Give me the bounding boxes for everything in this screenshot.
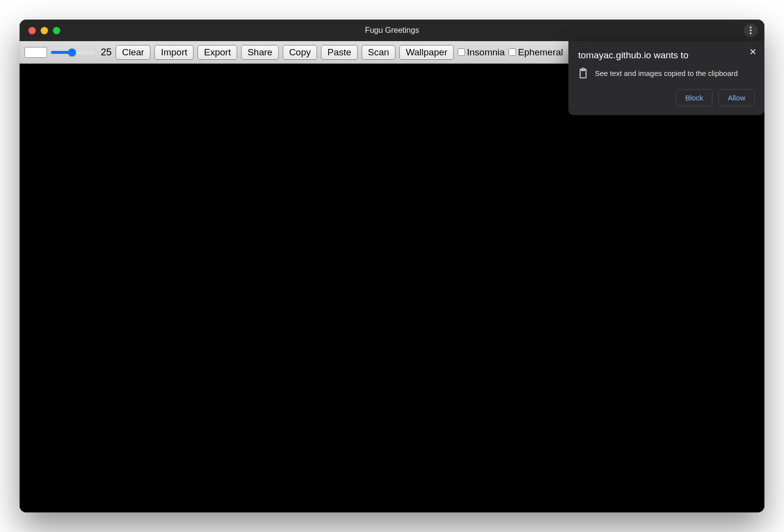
svg-point-1 bbox=[750, 29, 752, 31]
fullscreen-window-button[interactable] bbox=[53, 27, 60, 34]
vertical-dots-icon bbox=[750, 26, 752, 34]
permission-detail-row: See text and images copied to the clipbo… bbox=[578, 68, 755, 78]
color-picker[interactable] bbox=[24, 47, 47, 58]
overflow-menu-button[interactable] bbox=[744, 24, 758, 37]
minimize-window-button[interactable] bbox=[41, 27, 48, 34]
permission-prompt: ✕ tomayac.github.io wants to See text an… bbox=[568, 41, 764, 115]
clear-button[interactable]: Clear bbox=[116, 45, 150, 60]
app-window: Fugu Greetings 25 Clear Import Export Sh… bbox=[20, 20, 764, 512]
ephemeral-label: Ephemeral bbox=[518, 47, 563, 58]
permission-wants-to: wants to bbox=[654, 50, 688, 60]
permission-origin: tomayac.github.io bbox=[578, 50, 651, 60]
allow-button[interactable]: Allow bbox=[718, 89, 755, 106]
insomnia-checkbox[interactable] bbox=[458, 48, 465, 56]
scan-button[interactable]: Scan bbox=[362, 45, 395, 60]
svg-point-0 bbox=[750, 26, 752, 28]
ephemeral-checkbox[interactable] bbox=[509, 48, 516, 56]
insomnia-toggle[interactable]: Insomnia bbox=[458, 47, 505, 58]
permission-title: tomayac.github.io wants to bbox=[578, 50, 755, 61]
export-button[interactable]: Export bbox=[197, 45, 237, 60]
window-title: Fugu Greetings bbox=[20, 26, 764, 35]
close-icon[interactable]: ✕ bbox=[747, 46, 759, 58]
slider-thumb[interactable] bbox=[68, 48, 76, 56]
paste-button[interactable]: Paste bbox=[321, 45, 358, 60]
titlebar: Fugu Greetings bbox=[20, 20, 764, 41]
drawing-canvas[interactable] bbox=[20, 64, 764, 512]
import-button[interactable]: Import bbox=[154, 45, 194, 60]
share-button[interactable]: Share bbox=[241, 45, 279, 60]
insomnia-label: Insomnia bbox=[467, 47, 505, 58]
close-window-button[interactable] bbox=[28, 27, 36, 34]
clipboard-icon bbox=[578, 68, 588, 78]
block-button[interactable]: Block bbox=[676, 89, 712, 106]
permission-actions: Block Allow bbox=[578, 89, 755, 106]
permission-description: See text and images copied to the clipbo… bbox=[595, 69, 738, 77]
wallpaper-button[interactable]: Wallpaper bbox=[399, 45, 454, 60]
brush-size-slider[interactable] bbox=[51, 51, 95, 54]
brush-size-control: 25 bbox=[51, 47, 112, 58]
svg-point-2 bbox=[750, 32, 752, 34]
ephemeral-toggle[interactable]: Ephemeral bbox=[509, 47, 563, 58]
copy-button[interactable]: Copy bbox=[283, 45, 317, 60]
traffic-lights bbox=[20, 27, 60, 34]
brush-size-value: 25 bbox=[98, 47, 112, 58]
